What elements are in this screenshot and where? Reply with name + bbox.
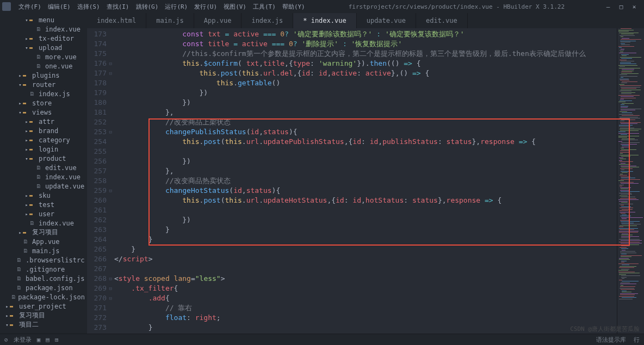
- tree-file[interactable]: 🗎more.vue: [0, 52, 87, 61]
- code-line[interactable]: this.getTable(): [114, 78, 617, 88]
- tree-folder[interactable]: ▸▬store: [0, 98, 87, 108]
- tree-file[interactable]: 🗎babel.config.js: [0, 274, 87, 283]
- tree-folder[interactable]: ▸▬brand: [0, 126, 87, 135]
- code-line[interactable]: this.$confirm( txt,title,{type: 'warning…: [114, 59, 617, 68]
- tree-file[interactable]: 🗎edit.vue: [0, 163, 87, 172]
- code-line[interactable]: }: [114, 244, 617, 254]
- code-line[interactable]: },: [114, 108, 617, 117]
- code-line[interactable]: [114, 205, 617, 215]
- minimap[interactable]: [617, 28, 644, 334]
- tree-file[interactable]: 🗎.gitignore: [0, 265, 87, 274]
- menu-item[interactable]: 查找(I): [103, 3, 133, 10]
- tree-folder[interactable]: ▸▬复习项目: [0, 228, 87, 237]
- code-line[interactable]: [114, 147, 617, 156]
- code-editor[interactable]: const txt = active === 0? '确定要删除该数据吗？' :…: [114, 28, 617, 334]
- editor-tab[interactable]: index.html: [87, 13, 146, 28]
- line-number: 173: [87, 29, 107, 39]
- editor-tab[interactable]: main.js: [146, 13, 194, 28]
- code-line[interactable]: //改变商品上架状态: [114, 117, 617, 127]
- tree-folder[interactable]: ▸▬tx-editor: [0, 34, 87, 43]
- file-explorer[interactable]: ▾▬menu🗎index.vue▸▬tx-editor▾▬upload🗎more…: [0, 13, 87, 334]
- tree-file[interactable]: 🗎index.vue: [0, 172, 87, 181]
- editor-tab[interactable]: App.vue: [194, 13, 242, 28]
- tree-folder[interactable]: ▸▬plugins: [0, 71, 87, 80]
- code-line[interactable]: <style scoped lang="less">: [114, 274, 617, 284]
- code-line[interactable]: //改变商品热卖状态: [114, 176, 617, 186]
- tree-folder[interactable]: ▾▬upload: [0, 43, 87, 52]
- code-line[interactable]: .add{: [114, 293, 617, 303]
- code-line[interactable]: }): [114, 88, 617, 98]
- tree-folder[interactable]: ▸▬login: [0, 145, 87, 154]
- menu-item[interactable]: 文件(F): [15, 3, 45, 10]
- menu-item[interactable]: 运行(R): [162, 3, 191, 10]
- tree-folder[interactable]: ▸▬attr: [0, 117, 87, 126]
- code-line[interactable]: }: [114, 235, 617, 244]
- tree-file[interactable]: 🗎App.vue: [0, 237, 87, 246]
- tree-file[interactable]: 🗎index.vue: [0, 24, 87, 34]
- code-line[interactable]: this.post(this.url.del,{id: id,active: a…: [114, 68, 617, 78]
- tree-file[interactable]: 🗎index.js: [0, 89, 87, 98]
- menu-item[interactable]: 帮助(Y): [279, 3, 308, 10]
- tree-file[interactable]: 🗎.browserslistrc: [0, 255, 87, 265]
- code-line[interactable]: const title = active === 0? '删除提示' : '恢复…: [114, 39, 617, 49]
- code-line[interactable]: float: right;: [114, 313, 617, 323]
- tree-folder[interactable]: ▸▬sku: [0, 191, 87, 200]
- line-number: 259⊟: [87, 186, 107, 196]
- close-button[interactable]: ✕: [631, 3, 637, 10]
- more-icon[interactable]: ⊞: [55, 336, 59, 343]
- code-line[interactable]: this.post(this.url.updatePublishStatus,{…: [114, 137, 617, 147]
- tree-file[interactable]: 🗎update.vue: [0, 181, 87, 191]
- tree-folder[interactable]: ▾▬项目二: [0, 320, 87, 329]
- line-number: 270⊟: [87, 293, 107, 303]
- code-line[interactable]: //this.$confirm第一个参数是提示框的正文内容，第二个是提示框的标题…: [114, 49, 617, 59]
- menu-item[interactable]: 视图(V): [220, 3, 250, 10]
- menu-item[interactable]: 选择(S): [74, 3, 103, 10]
- tree-folder[interactable]: ▸▬test: [0, 200, 87, 209]
- tree-file[interactable]: 🗎index.vue: [0, 218, 87, 228]
- folder-icon: ▬: [10, 303, 17, 309]
- code-line[interactable]: this.post(this.url.updateHotStatus,{id: …: [114, 196, 617, 205]
- tree-folder[interactable]: ▸▬user_project: [0, 302, 87, 311]
- folder-icon: ▬: [29, 137, 37, 143]
- menu-item[interactable]: 跳转(G): [133, 3, 162, 10]
- maximize-button[interactable]: □: [618, 3, 624, 10]
- editor-tab[interactable]: update.vue: [357, 13, 416, 28]
- tree-folder[interactable]: ▾▬menu: [0, 15, 87, 24]
- code-line[interactable]: }): [114, 156, 617, 166]
- menu-item[interactable]: 发行(U): [191, 3, 220, 10]
- editor-tab[interactable]: index.js: [242, 13, 293, 28]
- menu-item[interactable]: 编辑(E): [45, 3, 74, 10]
- editor-tab[interactable]: * index.vue: [293, 13, 356, 28]
- code-line[interactable]: },: [114, 166, 617, 176]
- tree-file[interactable]: 🗎main.js: [0, 246, 87, 255]
- code-line[interactable]: </script>: [114, 254, 617, 264]
- code-line[interactable]: }): [114, 98, 617, 108]
- tree-file[interactable]: 🗎package-lock.json: [0, 292, 87, 302]
- tree-folder[interactable]: ▸▬user: [0, 209, 87, 218]
- tree-folder[interactable]: ▸▬category: [0, 135, 87, 145]
- login-status[interactable]: 未登录: [14, 336, 32, 344]
- editor-tab[interactable]: edit.vue: [416, 13, 468, 28]
- tree-folder[interactable]: ▸▬复习项目: [0, 311, 87, 320]
- code-line[interactable]: changePublishStatus(id,status){: [114, 127, 617, 137]
- code-line[interactable]: [114, 264, 617, 274]
- tree-file[interactable]: 🗎package.json: [0, 283, 87, 292]
- menu-item[interactable]: 工具(T): [250, 3, 279, 10]
- code-line[interactable]: }): [114, 215, 617, 225]
- split-icon[interactable]: ▤: [46, 336, 49, 343]
- syntax-lib[interactable]: 语法提示库: [596, 336, 626, 344]
- code-line[interactable]: changeHotStatus(id,status){: [114, 186, 617, 196]
- code-line[interactable]: const txt = active === 0? '确定要删除该数据吗？' :…: [114, 29, 617, 39]
- tree-folder[interactable]: ▾▬views: [0, 108, 87, 117]
- folder-icon: ▬: [10, 312, 17, 318]
- tree-folder[interactable]: ▾▬router: [0, 80, 87, 89]
- terminal-icon[interactable]: ▣: [37, 336, 41, 343]
- code-line[interactable]: .tx_filter{: [114, 284, 617, 293]
- tree-file[interactable]: 🗎one.vue: [0, 61, 87, 71]
- tree-folder[interactable]: ▾▬product: [0, 154, 87, 163]
- code-line[interactable]: }: [114, 323, 617, 333]
- code-line[interactable]: // 靠右: [114, 303, 617, 313]
- minimize-button[interactable]: —: [605, 3, 611, 10]
- folder-icon: ▬: [10, 322, 17, 328]
- code-line[interactable]: }: [114, 225, 617, 235]
